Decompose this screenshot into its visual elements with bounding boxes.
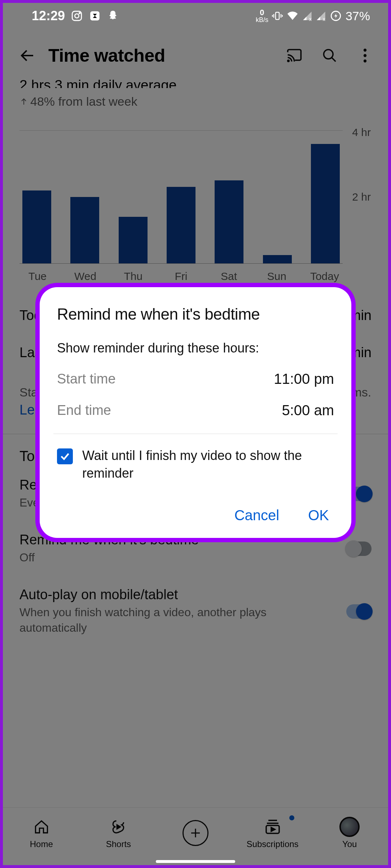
svg-text:x: x [309, 16, 312, 21]
checkbox-label: Wait until I finish my video to show the… [82, 447, 334, 482]
start-time-label: Start time [57, 371, 116, 387]
signal-2-icon: x [316, 11, 326, 21]
end-time-value: 5:00 am [282, 402, 334, 418]
wifi-icon [286, 10, 299, 21]
data-speed: 0 kB/s [256, 9, 268, 23]
wait-checkbox-row[interactable]: Wait until I finish my video to show the… [57, 447, 334, 482]
snapchat-icon [107, 10, 119, 22]
start-time-value: 11:00 pm [274, 371, 334, 387]
app-icon [89, 10, 101, 22]
home-indicator[interactable] [156, 860, 235, 863]
end-time-label: End time [57, 403, 111, 418]
battery-icon [330, 10, 342, 22]
bedtime-dialog: Remind me when it's bedtime Show reminde… [35, 283, 356, 542]
end-time-row[interactable]: End time 5:00 am [57, 402, 334, 418]
status-time: 12:29 [32, 8, 65, 23]
signal-1-icon: x [302, 11, 312, 21]
dialog-title: Remind me when it's bedtime [57, 305, 334, 323]
svg-rect-4 [276, 12, 279, 19]
svg-text:x: x [323, 16, 325, 21]
start-time-row[interactable]: Start time 11:00 pm [57, 371, 334, 387]
ok-button[interactable]: OK [308, 507, 329, 523]
dialog-subtitle: Show reminder during these hours: [57, 341, 334, 356]
svg-point-2 [79, 13, 80, 14]
instagram-icon [71, 10, 83, 22]
vibrate-icon [272, 10, 283, 21]
battery-percent: 37% [346, 9, 370, 23]
svg-point-1 [75, 14, 79, 18]
cancel-button[interactable]: Cancel [234, 507, 280, 523]
svg-rect-3 [90, 11, 100, 21]
checkbox-checked-icon[interactable] [57, 448, 73, 464]
status-bar: 12:29 0 kB/s x [3, 3, 388, 29]
